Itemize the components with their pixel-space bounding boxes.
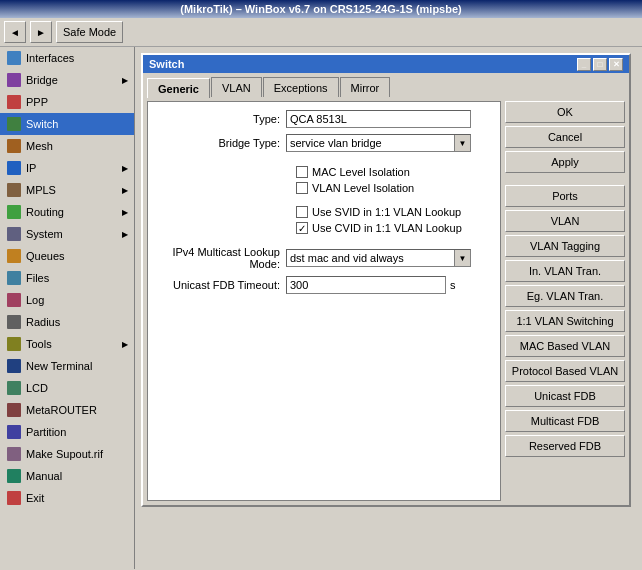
ports-button[interactable]: Ports bbox=[505, 185, 625, 207]
routing-arrow: ▶ bbox=[122, 208, 128, 217]
sidebar-item-exit[interactable]: Exit bbox=[0, 487, 134, 509]
mac-based-vlan-button[interactable]: MAC Based VLAN bbox=[505, 335, 625, 357]
form-panel: Type: Bridge Type: service vlan bridge ▼ bbox=[147, 101, 501, 501]
bridge-type-select[interactable]: service vlan bridge ▼ bbox=[286, 134, 471, 152]
use-cvid-row: ✓ Use CVID in 1:1 VLAN Lookup bbox=[156, 222, 492, 234]
sidebar-item-ip[interactable]: IP ▶ bbox=[0, 157, 134, 179]
title-bar: (MikroTik) – WinBox v6.7 on CRS125-24G-1… bbox=[0, 0, 642, 18]
tab-generic[interactable]: Generic bbox=[147, 78, 210, 98]
ipv4-multicast-label: IPv4 Multicast Lookup Mode: bbox=[156, 246, 286, 270]
minimize-button[interactable]: _ bbox=[577, 58, 591, 71]
tab-mirror[interactable]: Mirror bbox=[340, 77, 391, 97]
tab-exceptions[interactable]: Exceptions bbox=[263, 77, 339, 97]
sidebar-item-partition[interactable]: Partition bbox=[0, 421, 134, 443]
main-layout: Interfaces Bridge ▶ PPP Switch Mesh IP ▶… bbox=[0, 47, 642, 569]
tab-bar: Generic VLAN Exceptions Mirror bbox=[143, 73, 629, 97]
sidebar-item-queues[interactable]: Queues bbox=[0, 245, 134, 267]
mac-isolation-label: MAC Level Isolation bbox=[312, 166, 410, 178]
sidebar-item-radius[interactable]: Radius bbox=[0, 311, 134, 333]
sidebar-item-log[interactable]: Log bbox=[0, 289, 134, 311]
switch-window: Switch _ □ ✕ Generic VLAN Exceptions bbox=[141, 53, 631, 507]
cancel-button[interactable]: Cancel bbox=[505, 126, 625, 148]
use-svid-checkbox[interactable] bbox=[296, 206, 308, 218]
safe-mode-button[interactable]: Safe Mode bbox=[56, 21, 123, 43]
vlan-button[interactable]: VLAN bbox=[505, 210, 625, 232]
unicast-fdb-timeout-row: Unicast FDB Timeout: s bbox=[156, 276, 492, 294]
window-controls: _ □ ✕ bbox=[577, 58, 623, 71]
vlan-isolation-label: VLAN Level Isolation bbox=[312, 182, 414, 194]
sidebar-item-system[interactable]: System ▶ bbox=[0, 223, 134, 245]
button-panel: OK Cancel Apply Ports VLAN VLAN Tagging … bbox=[505, 101, 625, 501]
sidebar-item-ppp[interactable]: PPP bbox=[0, 91, 134, 113]
toolbar: ◄ ► Safe Mode bbox=[0, 18, 642, 47]
bridge-type-value: service vlan bridge bbox=[287, 136, 454, 150]
in-vlan-tran-button[interactable]: In. VLAN Tran. bbox=[505, 260, 625, 282]
use-cvid-label: Use CVID in 1:1 VLAN Lookup bbox=[312, 222, 462, 234]
sidebar-item-tools[interactable]: Tools ▶ bbox=[0, 333, 134, 355]
sidebar-item-newterminal[interactable]: New Terminal bbox=[0, 355, 134, 377]
vlan-tagging-button[interactable]: VLAN Tagging bbox=[505, 235, 625, 257]
ok-button[interactable]: OK bbox=[505, 101, 625, 123]
sidebar-item-routing[interactable]: Routing ▶ bbox=[0, 201, 134, 223]
content-area: Switch _ □ ✕ Generic VLAN Exceptions bbox=[135, 47, 642, 569]
vlan-switching-button[interactable]: 1:1 VLAN Switching bbox=[505, 310, 625, 332]
back-button[interactable]: ◄ bbox=[4, 21, 26, 43]
sidebar-item-makesupout[interactable]: Make Supout.rif bbox=[0, 443, 134, 465]
sidebar-item-mesh[interactable]: Mesh bbox=[0, 135, 134, 157]
ipv4-multicast-value: dst mac and vid always bbox=[287, 251, 454, 265]
use-svid-label: Use SVID in 1:1 VLAN Lookup bbox=[312, 206, 461, 218]
type-input[interactable] bbox=[286, 110, 471, 128]
eg-vlan-tran-button[interactable]: Eg. VLAN Tran. bbox=[505, 285, 625, 307]
sidebar-item-bridge[interactable]: Bridge ▶ bbox=[0, 69, 134, 91]
bridge-type-label: Bridge Type: bbox=[156, 137, 286, 149]
unicast-fdb-timeout-input[interactable] bbox=[286, 276, 446, 294]
window-inner: Type: Bridge Type: service vlan bridge ▼ bbox=[143, 97, 629, 505]
sidebar: Interfaces Bridge ▶ PPP Switch Mesh IP ▶… bbox=[0, 47, 135, 569]
title-text: (MikroTik) – WinBox v6.7 on CRS125-24G-1… bbox=[180, 3, 462, 15]
switch-titlebar: Switch _ □ ✕ bbox=[143, 55, 629, 73]
ip-arrow: ▶ bbox=[122, 164, 128, 173]
sidebar-item-files[interactable]: Files bbox=[0, 267, 134, 289]
mac-isolation-row: MAC Level Isolation bbox=[156, 166, 492, 178]
sidebar-item-interfaces[interactable]: Interfaces bbox=[0, 47, 134, 69]
protocol-based-vlan-button[interactable]: Protocol Based VLAN bbox=[505, 360, 625, 382]
system-arrow: ▶ bbox=[122, 230, 128, 239]
ipv4-multicast-row: IPv4 Multicast Lookup Mode: dst mac and … bbox=[156, 246, 492, 270]
unicast-fdb-button[interactable]: Unicast FDB bbox=[505, 385, 625, 407]
timeout-suffix: s bbox=[450, 279, 456, 291]
vlan-isolation-checkbox[interactable] bbox=[296, 182, 308, 194]
multicast-fdb-button[interactable]: Multicast FDB bbox=[505, 410, 625, 432]
timeout-input-wrapper: s bbox=[286, 276, 456, 294]
ipv4-multicast-select[interactable]: dst mac and vid always ▼ bbox=[286, 249, 471, 267]
sidebar-item-mpls[interactable]: MPLS ▶ bbox=[0, 179, 134, 201]
use-cvid-checkbox[interactable]: ✓ bbox=[296, 222, 308, 234]
bridge-type-dropdown-arrow[interactable]: ▼ bbox=[454, 135, 470, 151]
type-row: Type: bbox=[156, 110, 492, 128]
tools-arrow: ▶ bbox=[122, 340, 128, 349]
bridge-arrow: ▶ bbox=[122, 76, 128, 85]
mac-isolation-checkbox[interactable] bbox=[296, 166, 308, 178]
mpls-arrow: ▶ bbox=[122, 186, 128, 195]
type-label: Type: bbox=[156, 113, 286, 125]
forward-button[interactable]: ► bbox=[30, 21, 52, 43]
apply-button[interactable]: Apply bbox=[505, 151, 625, 173]
switch-window-title: Switch bbox=[149, 58, 184, 70]
maximize-button[interactable]: □ bbox=[593, 58, 607, 71]
sidebar-item-lcd[interactable]: LCD bbox=[0, 377, 134, 399]
ipv4-multicast-dropdown-arrow[interactable]: ▼ bbox=[454, 250, 470, 266]
sidebar-item-switch[interactable]: Switch bbox=[0, 113, 134, 135]
tab-vlan[interactable]: VLAN bbox=[211, 77, 262, 97]
close-button[interactable]: ✕ bbox=[609, 58, 623, 71]
reserved-fdb-button[interactable]: Reserved FDB bbox=[505, 435, 625, 457]
use-svid-row: Use SVID in 1:1 VLAN Lookup bbox=[156, 206, 492, 218]
sidebar-item-manual[interactable]: Manual bbox=[0, 465, 134, 487]
unicast-fdb-timeout-label: Unicast FDB Timeout: bbox=[156, 279, 286, 291]
bridge-type-row: Bridge Type: service vlan bridge ▼ bbox=[156, 134, 492, 152]
sidebar-item-metarouter[interactable]: MetaROUTER bbox=[0, 399, 134, 421]
vlan-isolation-row: VLAN Level Isolation bbox=[156, 182, 492, 194]
